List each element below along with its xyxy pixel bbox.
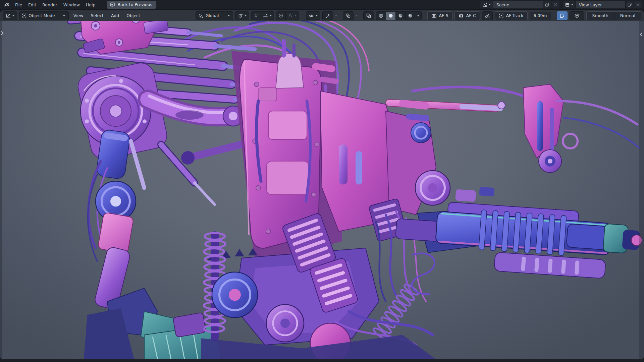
shading-dropdown-button[interactable] bbox=[415, 12, 421, 20]
view-layer-browse-button[interactable] bbox=[563, 1, 576, 8]
duplicate-icon bbox=[545, 2, 549, 7]
object-visibility-dropdown[interactable] bbox=[306, 11, 320, 20]
shading-wireframe-button[interactable] bbox=[376, 12, 386, 20]
shading-mode-group bbox=[376, 11, 422, 20]
af-s-button[interactable]: AF-S bbox=[427, 11, 452, 20]
mech-model[interactable] bbox=[0, 21, 644, 359]
menu-render[interactable]: Render bbox=[39, 1, 60, 9]
chevron-down-icon bbox=[270, 15, 272, 16]
gizmos-toggle-button[interactable] bbox=[322, 11, 333, 20]
xray-icon bbox=[366, 13, 371, 18]
chevron-down-icon bbox=[228, 15, 230, 16]
topbar: File Edit Render Window Help Back to Pre… bbox=[0, 0, 644, 10]
back-screen-icon bbox=[110, 2, 115, 7]
menu-help[interactable]: Help bbox=[83, 1, 99, 9]
viewport-header: Object Mode View Select Add Object Globa… bbox=[0, 10, 644, 21]
view-layer-duplicate-button[interactable] bbox=[626, 1, 634, 8]
scene-selector: Scene bbox=[480, 1, 559, 8]
proportional-falloff-button[interactable] bbox=[286, 12, 299, 20]
chevron-down-icon bbox=[245, 15, 247, 16]
menu-file[interactable]: File bbox=[12, 1, 25, 9]
af-c-button[interactable]: AF-C bbox=[454, 11, 480, 20]
back-to-previous-button[interactable]: Back to Previous bbox=[107, 1, 156, 9]
menu-add[interactable]: Add bbox=[108, 11, 122, 20]
editor-type-dropdown[interactable] bbox=[3, 11, 17, 20]
orientation-label: Global bbox=[206, 13, 219, 18]
close-icon bbox=[553, 3, 557, 7]
af-s-label: AF-S bbox=[439, 13, 448, 18]
menu-view[interactable]: View bbox=[71, 11, 86, 20]
chevron-down-icon bbox=[63, 15, 65, 16]
shading-solid-button[interactable] bbox=[386, 12, 396, 20]
chevron-down-icon bbox=[571, 4, 573, 5]
visibility-eye-icon bbox=[309, 13, 314, 18]
view-layer-name-field[interactable]: View Layer bbox=[576, 1, 626, 8]
xray-toggle-button[interactable] bbox=[363, 11, 374, 20]
magnet-icon bbox=[254, 13, 259, 18]
key-add-icon bbox=[485, 13, 490, 18]
viewport-editor: Object Mode View Select Add Object Globa… bbox=[0, 10, 644, 359]
snap-settings-button[interactable] bbox=[261, 12, 274, 20]
proportional-toggle-button[interactable] bbox=[276, 12, 286, 20]
menu-object[interactable]: Object bbox=[124, 11, 143, 20]
shade-normal-button[interactable]: Normal bbox=[614, 12, 641, 20]
snap-toggle-button[interactable] bbox=[252, 12, 261, 20]
chevron-down-icon[interactable] bbox=[356, 15, 358, 16]
mode-dropdown[interactable]: Object Mode bbox=[19, 11, 69, 20]
transform-orientation-dropdown[interactable]: Global bbox=[196, 11, 233, 20]
window-bottom-edge bbox=[0, 359, 644, 362]
scene-name-field[interactable]: Scene bbox=[493, 1, 543, 8]
shade-smooth-normal-group: Smooth Normal bbox=[586, 11, 641, 20]
sidebar-expand-toggle[interactable] bbox=[640, 32, 643, 38]
close-icon bbox=[636, 3, 640, 7]
mode-label: Object Mode bbox=[29, 13, 55, 18]
viewport-left-edge bbox=[0, 21, 2, 359]
shade-normal-label: Normal bbox=[620, 13, 635, 18]
viewport-right-edge bbox=[639, 21, 644, 359]
orientation-icon bbox=[199, 13, 204, 18]
view-layer-delete-button[interactable] bbox=[634, 1, 642, 8]
focus-distance-value[interactable]: 6.09m bbox=[530, 12, 551, 20]
screen-annotate-toggle[interactable] bbox=[557, 11, 568, 20]
blender-logo-icon[interactable] bbox=[2, 2, 12, 8]
snapping-group bbox=[251, 11, 274, 20]
viewport-3d[interactable] bbox=[0, 21, 644, 359]
chevron-down-icon bbox=[417, 15, 419, 16]
rendered-icon bbox=[408, 13, 413, 18]
solid-icon bbox=[388, 13, 393, 18]
scene-duplicate-button[interactable] bbox=[543, 1, 551, 8]
shade-object-dropdown[interactable] bbox=[570, 11, 584, 20]
track-icon bbox=[499, 13, 504, 18]
menu-edit[interactable]: Edit bbox=[25, 1, 39, 9]
pivot-icon bbox=[238, 13, 243, 18]
snap-target-icon bbox=[263, 13, 268, 18]
camera-filled-icon bbox=[459, 13, 464, 18]
chevron-down-icon bbox=[489, 4, 491, 5]
shading-material-button[interactable] bbox=[396, 12, 406, 20]
chevron-down-icon bbox=[12, 15, 14, 16]
chevron-down-icon[interactable] bbox=[335, 15, 337, 16]
overlays-toggle-button[interactable] bbox=[343, 11, 354, 20]
af-track-button[interactable]: AF-Track bbox=[495, 11, 528, 20]
shade-smooth-button[interactable]: Smooth bbox=[587, 12, 614, 20]
shading-rendered-button[interactable] bbox=[406, 12, 415, 20]
menu-select[interactable]: Select bbox=[88, 11, 106, 20]
camera-icon bbox=[431, 13, 437, 18]
wireframe-icon bbox=[378, 13, 384, 18]
shade-smooth-label: Smooth bbox=[592, 13, 608, 18]
editor-type-icon bbox=[5, 13, 11, 18]
af-track-label: AF-Track bbox=[506, 13, 524, 18]
back-to-previous-label: Back to Previous bbox=[117, 2, 152, 7]
af-c-label: AF-C bbox=[466, 13, 476, 18]
chevron-down-icon bbox=[316, 15, 318, 16]
menu-window[interactable]: Window bbox=[60, 1, 83, 9]
keyframe-add-button[interactable] bbox=[482, 11, 493, 20]
proportional-icon bbox=[278, 13, 283, 18]
scene-delete-button[interactable] bbox=[551, 1, 559, 8]
scene-browse-button[interactable] bbox=[480, 1, 493, 8]
toolbar-expand-toggle[interactable] bbox=[0, 31, 4, 37]
view-layer-icon bbox=[565, 2, 570, 7]
material-icon bbox=[398, 13, 403, 18]
chevron-down-icon bbox=[294, 15, 297, 16]
pivot-point-dropdown[interactable] bbox=[235, 11, 249, 20]
